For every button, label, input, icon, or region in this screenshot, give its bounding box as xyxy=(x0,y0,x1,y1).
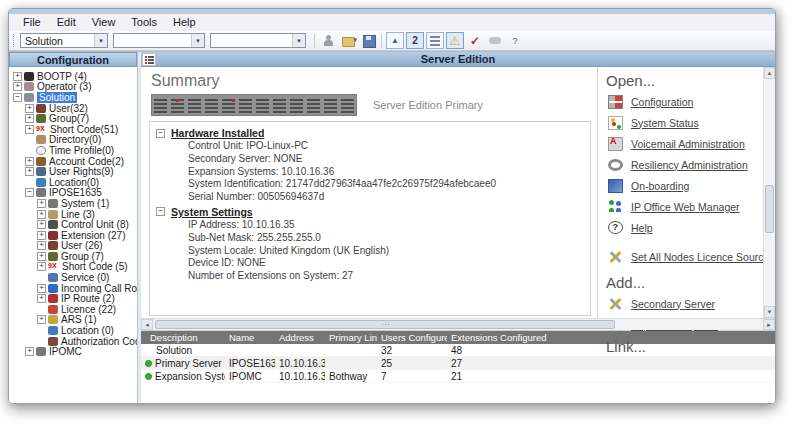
help-window-icon[interactable]: ? xyxy=(506,32,524,49)
validate-check-icon[interactable]: ✓ xyxy=(466,32,484,49)
tree-item-system-1[interactable]: +System (1) xyxy=(9,198,137,209)
tree-item-service-0[interactable]: Service (0) xyxy=(9,272,137,283)
tree-item-location-0[interactable]: Location (0) xyxy=(9,325,137,336)
tree-item-ipomc[interactable]: +IPOMC xyxy=(9,346,137,357)
chevron-down-icon[interactable]: ▼ xyxy=(191,34,204,47)
tree-item-extension-27[interactable]: +Extension (27) xyxy=(9,230,137,241)
tree-item-operator-3[interactable]: +Operator (3) xyxy=(9,82,137,93)
tree-expander-icon[interactable]: + xyxy=(37,252,46,261)
scope-combo[interactable]: Solution ▼ xyxy=(20,33,108,48)
scroll-down-icon[interactable]: ▼ xyxy=(764,306,775,318)
table-row-primary-server[interactable]: Primary ServerIPOSE163510.10.16.352527 xyxy=(141,357,775,370)
menu-edit[interactable]: Edit xyxy=(49,15,84,30)
tree-expander-icon[interactable]: + xyxy=(13,82,22,91)
tree-expander-icon[interactable]: − xyxy=(13,93,22,102)
tree-expander-icon[interactable]: + xyxy=(37,315,46,324)
tree-item-user-26[interactable]: +User (26) xyxy=(9,241,137,252)
link-voicemail-administration[interactable]: Voicemail Administration xyxy=(608,136,761,151)
tree-expander-icon[interactable]: + xyxy=(37,231,46,240)
type-combo[interactable]: ▼ xyxy=(113,33,205,48)
link-label[interactable]: Set All Nodes Licence Source xyxy=(631,251,769,263)
tree-item-ip-route-2[interactable]: +IP Route (2) xyxy=(9,293,137,304)
tree-item-group-7[interactable]: +Group (7) xyxy=(9,251,137,262)
tree-item-account-code-2[interactable]: +Account Code(2) xyxy=(9,156,137,167)
table-row-expansion-system[interactable]: Expansion SystemIPOMC10.10.16.36Bothway7… xyxy=(141,370,775,383)
tree-item-incoming-call-route-15[interactable]: +Incoming Call Route (15) xyxy=(9,283,137,294)
tree-item-user-rights-9[interactable]: +User Rights(9) xyxy=(9,166,137,177)
menu-file[interactable]: File xyxy=(15,15,49,30)
user-icon[interactable] xyxy=(319,32,337,49)
link-label[interactable]: System Status xyxy=(631,117,699,129)
chevron-down-icon[interactable]: ▼ xyxy=(292,34,305,47)
tree-item-ars-1[interactable]: +ARS (1) xyxy=(9,315,137,326)
link-ip-office-web-manager[interactable]: IP Office Web Manager xyxy=(608,199,761,214)
tree-item-ipose1635[interactable]: −IPOSE1635 xyxy=(9,188,137,199)
link-secondary-server[interactable]: Secondary Server xyxy=(608,296,761,311)
open-folder-icon[interactable] xyxy=(339,32,357,49)
main-horizontal-scrollbar[interactable]: ◄ ► xyxy=(141,318,775,330)
links-vertical-scrollbar[interactable]: ▲ ▼ xyxy=(763,67,775,318)
tree-item-short-code-51[interactable]: +9XShort Code(51) xyxy=(9,124,137,135)
tree-expander-icon[interactable]: + xyxy=(25,104,34,113)
tree-item-line-3[interactable]: +Line (3) xyxy=(9,209,137,220)
toolbar-grip[interactable] xyxy=(13,34,16,47)
tree-expander-icon[interactable]: + xyxy=(37,262,46,271)
tree-item-directory-0[interactable]: Directory(0) xyxy=(9,135,137,146)
tree-item-short-code-5[interactable]: +9XShort Code (5) xyxy=(9,262,137,273)
menu-tools[interactable]: Tools xyxy=(123,15,165,30)
tree-expander-icon[interactable]: + xyxy=(25,114,34,123)
link-label[interactable]: On-boarding xyxy=(631,180,689,192)
tree-item-solution[interactable]: −Solution xyxy=(9,92,137,103)
tree-expander-icon[interactable]: + xyxy=(25,167,34,176)
offline-icon[interactable] xyxy=(486,32,504,49)
section-collapse-icon[interactable]: − xyxy=(156,129,165,138)
summary-list-icon[interactable] xyxy=(142,53,156,66)
tree-expander-icon[interactable]: + xyxy=(37,220,46,229)
tree-expander-icon[interactable]: + xyxy=(25,347,34,356)
tree-item-control-unit-8[interactable]: +Control Unit (8) xyxy=(9,219,137,230)
link-label[interactable]: Configuration xyxy=(631,96,693,108)
tree-item-user-32[interactable]: +User(32) xyxy=(9,103,137,114)
scroll-right-icon[interactable]: ► xyxy=(763,319,775,330)
link-label[interactable]: Voicemail Administration xyxy=(631,138,745,150)
tree-expander-icon[interactable]: + xyxy=(25,125,34,134)
tree-item-licence-22[interactable]: Licence (22) xyxy=(9,304,137,315)
section-collapse-icon[interactable]: − xyxy=(156,207,165,216)
tree-item-time-profile-0[interactable]: Time Profile(0) xyxy=(9,145,137,156)
link-label[interactable]: Secondary Server xyxy=(631,298,715,310)
record-combo[interactable]: ▼ xyxy=(210,33,306,48)
tree-expander-icon[interactable]: + xyxy=(25,157,34,166)
link-label[interactable]: IP Office Web Manager xyxy=(631,201,740,213)
scrollbar-thumb[interactable] xyxy=(765,185,774,233)
link-set-all-nodes-licence-source[interactable]: Set All Nodes Licence Source xyxy=(608,249,761,264)
tree-item-authorization-code-0[interactable]: Authorization Code (0) xyxy=(9,336,137,347)
validation-warning-icon[interactable]: ⚠ xyxy=(446,32,464,49)
columns-icon[interactable] xyxy=(426,32,444,49)
scrollbar-thumb[interactable] xyxy=(155,320,615,329)
menu-view[interactable]: View xyxy=(84,15,124,30)
show-details-icon[interactable]: 2 xyxy=(406,32,424,49)
link-configuration[interactable]: Configuration xyxy=(608,94,761,109)
tree-item-location-0[interactable]: Location(0) xyxy=(9,177,137,188)
menu-help[interactable]: Help xyxy=(165,15,204,30)
link-system-status[interactable]: System Status xyxy=(608,115,761,130)
tree-item-group-7[interactable]: +Group(7) xyxy=(9,113,137,124)
collapse-groups-icon[interactable]: ▲ xyxy=(386,32,404,49)
tree-expander-icon[interactable]: + xyxy=(37,284,46,293)
tree-expander-icon[interactable]: + xyxy=(37,241,46,250)
link-resiliency-administration[interactable]: Resiliency Administration xyxy=(608,157,761,172)
tree-expander-icon[interactable]: + xyxy=(37,294,46,303)
tree-expander-icon[interactable]: + xyxy=(13,72,22,81)
link-label[interactable]: Resiliency Administration xyxy=(631,159,748,171)
link-label[interactable]: Help xyxy=(631,222,653,234)
save-icon[interactable] xyxy=(359,32,377,49)
scroll-up-icon[interactable]: ▲ xyxy=(764,67,775,79)
link-on-boarding[interactable]: On-boarding xyxy=(608,178,761,193)
scroll-left-icon[interactable]: ◄ xyxy=(141,319,153,330)
tree-expander-icon[interactable]: − xyxy=(25,188,34,197)
chevron-down-icon[interactable]: ▼ xyxy=(94,34,107,47)
tree-expander-icon[interactable]: + xyxy=(37,210,46,219)
tree-item-bootp-4[interactable]: +BOOTP (4) xyxy=(9,71,137,82)
tree-expander-icon[interactable]: + xyxy=(37,199,46,208)
link-help[interactable]: Help xyxy=(608,220,761,235)
